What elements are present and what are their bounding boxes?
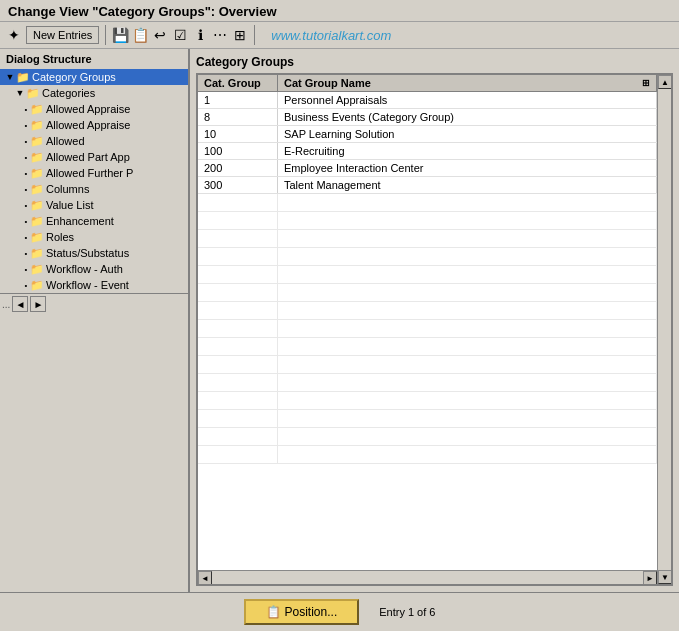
left-panel: Dialog Structure ▼ 📁 Category Groups ▼ 📁… xyxy=(0,49,190,592)
right-panel: Category Groups Cat. Group Cat Group Nam… xyxy=(190,49,679,592)
empty-row xyxy=(198,266,657,284)
tree-item-status[interactable]: • 📁 Status/Substatus xyxy=(0,245,188,261)
table-row[interactable]: 300 Talent Management xyxy=(198,177,657,194)
empty-row xyxy=(198,248,657,266)
folder-icon-workflow-auth: 📁 xyxy=(30,263,44,275)
tree-item-allowed-further[interactable]: • 📁 Allowed Further P xyxy=(0,165,188,181)
folder-icon-further: 📁 xyxy=(30,167,44,179)
cell-cat-group-6: 300 xyxy=(198,177,278,193)
left-panel-content: Dialog Structure ▼ 📁 Category Groups ▼ 📁… xyxy=(0,49,188,293)
tree-item-category-groups[interactable]: ▼ 📁 Category Groups xyxy=(0,69,188,85)
tree-item-allowed-appraise1[interactable]: • 📁 Allowed Appraise xyxy=(0,101,188,117)
copy-icon[interactable]: 📋 xyxy=(132,27,148,43)
folder-icon-allowed2: 📁 xyxy=(30,119,44,131)
folder-icon-allowed3: 📁 xyxy=(30,135,44,147)
table-row[interactable]: 200 Employee Interaction Center xyxy=(198,160,657,177)
empty-row xyxy=(198,374,657,392)
tree-item-enhancement[interactable]: • 📁 Enhancement xyxy=(0,213,188,229)
horizontal-scrollbar[interactable]: ◄ ► xyxy=(198,570,657,584)
scroll-up-button[interactable]: ▲ xyxy=(658,75,671,89)
table-row[interactable]: 100 E-Recruiting xyxy=(198,143,657,160)
tree-item-value-list[interactable]: • 📁 Value List xyxy=(0,197,188,213)
tree-item-allowed-part[interactable]: • 📁 Allowed Part App xyxy=(0,149,188,165)
toolbar-icon2[interactable]: ℹ xyxy=(192,27,208,43)
tree-label-allowed: Allowed xyxy=(46,135,85,147)
empty-row xyxy=(198,410,657,428)
position-label: Position... xyxy=(285,605,338,619)
toolbar: ✦ New Entries 💾 📋 ↩ ☑ ℹ ⋯ ⊞ www.tutorial… xyxy=(0,22,679,49)
table-main: Cat. Group Cat Group Name ⊞ 1 Personn xyxy=(198,75,657,584)
right-panel-title: Category Groups xyxy=(196,55,673,69)
tree-label-status: Status/Substatus xyxy=(46,247,129,259)
tree-item-workflow-auth[interactable]: • 📁 Workflow - Auth xyxy=(0,261,188,277)
window-title: Change View "Category Groups": Overview xyxy=(8,4,277,19)
bullet-icon-9: • xyxy=(22,233,30,242)
position-icon: 📋 xyxy=(266,605,281,619)
toolbar-icon3[interactable]: ⋯ xyxy=(212,27,228,43)
table-row[interactable]: 8 Business Events (Category Group) xyxy=(198,109,657,126)
tree-item-workflow-event[interactable]: • 📁 Workflow - Event xyxy=(0,277,188,293)
sort-icon[interactable]: ⊞ xyxy=(642,78,650,88)
left-nav-right-arrow[interactable]: ► xyxy=(30,296,46,312)
bullet-icon-3: • xyxy=(22,137,30,146)
table-row[interactable]: 1 Personnel Appraisals xyxy=(198,92,657,109)
empty-row xyxy=(198,194,657,212)
new-entries-label: New Entries xyxy=(33,29,92,41)
folder-icon-enhancement: 📁 xyxy=(30,215,44,227)
check-icon[interactable]: ☑ xyxy=(172,27,188,43)
scroll-right-button[interactable]: ► xyxy=(643,571,657,584)
scroll-left-button[interactable]: ◄ xyxy=(198,571,212,584)
left-nav-left-arrow[interactable]: ◄ xyxy=(12,296,28,312)
toolbar-separator-1 xyxy=(105,25,106,45)
cell-cat-group-4: 100 xyxy=(198,143,278,159)
vertical-scrollbar[interactable]: ▲ ▼ xyxy=(657,75,671,584)
empty-row xyxy=(198,356,657,374)
folder-icon-columns: 📁 xyxy=(30,183,44,195)
new-entries-icon: ✦ xyxy=(6,27,22,43)
folder-icon-status: 📁 xyxy=(30,247,44,259)
content-area: Dialog Structure ▼ 📁 Category Groups ▼ 📁… xyxy=(0,49,679,592)
empty-row xyxy=(198,428,657,446)
tree-label-enhancement: Enhancement xyxy=(46,215,114,227)
folder-icon-categories: 📁 xyxy=(26,87,40,99)
tree-item-allowed[interactable]: • 📁 Allowed xyxy=(0,133,188,149)
dialog-structure-title: Dialog Structure xyxy=(0,49,188,69)
position-button[interactable]: 📋 Position... xyxy=(244,599,360,625)
tree-item-columns[interactable]: • 📁 Columns xyxy=(0,181,188,197)
new-entries-button[interactable]: New Entries xyxy=(26,26,99,44)
folder-icon-part: 📁 xyxy=(30,151,44,163)
toolbar-icon4[interactable]: ⊞ xyxy=(232,27,248,43)
left-status-dots: ... xyxy=(2,299,10,310)
tree-item-roles[interactable]: • 📁 Roles xyxy=(0,229,188,245)
entry-info: Entry 1 of 6 xyxy=(379,606,435,618)
tree-toggle-categories[interactable]: ▼ xyxy=(14,87,26,99)
cell-cat-group-1: 1 xyxy=(198,92,278,108)
cell-cat-group-2: 8 xyxy=(198,109,278,125)
scroll-track[interactable] xyxy=(212,571,643,584)
undo-icon[interactable]: ↩ xyxy=(152,27,168,43)
col-name-label: Cat Group Name xyxy=(284,77,371,89)
bottom-bar: 📋 Position... Entry 1 of 6 xyxy=(0,592,679,631)
bullet-icon-10: • xyxy=(22,249,30,258)
scroll-track-vertical[interactable] xyxy=(658,89,671,570)
title-bar: Change View "Category Groups": Overview xyxy=(0,0,679,22)
tree-label-workflow-auth: Workflow - Auth xyxy=(46,263,123,275)
tree-label-categories: Categories xyxy=(42,87,95,99)
empty-row xyxy=(198,302,657,320)
tree-label-roles: Roles xyxy=(46,231,74,243)
scroll-down-button[interactable]: ▼ xyxy=(658,570,671,584)
watermark: www.tutorialkart.com xyxy=(271,28,391,43)
bullet-icon-2: • xyxy=(22,121,30,130)
table-row[interactable]: 10 SAP Learning Solution xyxy=(198,126,657,143)
tree-item-categories[interactable]: ▼ 📁 Categories xyxy=(0,85,188,101)
tree-label-allowed-part: Allowed Part App xyxy=(46,151,130,163)
tree-item-allowed-appraise2[interactable]: • 📁 Allowed Appraise xyxy=(0,117,188,133)
tree-toggle-category-groups[interactable]: ▼ xyxy=(4,71,16,83)
bullet-icon-4: • xyxy=(22,153,30,162)
bullet-icon-1: • xyxy=(22,105,30,114)
save-icon[interactable]: 💾 xyxy=(112,27,128,43)
empty-row xyxy=(198,338,657,356)
tree-label-allowed-further: Allowed Further P xyxy=(46,167,133,179)
left-panel-bottom-nav: ... ◄ ► xyxy=(0,293,188,314)
main-window: Change View "Category Groups": Overview … xyxy=(0,0,679,631)
